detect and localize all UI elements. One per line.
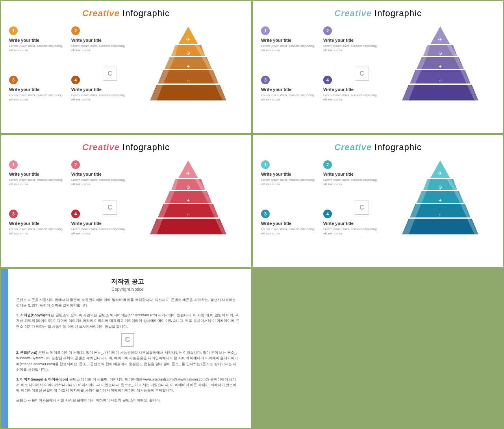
svg-text:⊙: ⊙ <box>186 184 190 190</box>
s3-info-body-4: Lorem ipsum dolor, consect adipiscing el… <box>71 227 127 236</box>
pyramid-4: ✈ ⊙ ✦ ⌂ <box>385 156 495 259</box>
pyramid-1: ✈ ⊙ ✦ ⌂ <box>133 22 243 125</box>
slide-3: Creative Infographic 1 Write your title … <box>0 134 252 268</box>
svg-text:⌂: ⌂ <box>187 212 189 217</box>
info-title-1: Write your title <box>9 38 65 43</box>
svg-text:⌂: ⌂ <box>439 78 441 84</box>
s4-circle-4: 4 <box>323 210 332 218</box>
s4-info-title-2: Write your title <box>323 172 379 176</box>
s2-info-body-2: Lorem ipsum dolor, consect adipiscing el… <box>323 44 379 52</box>
slide-1-creative: Creative <box>82 8 120 18</box>
slide-4-creative: Creative <box>334 142 372 152</box>
info-title-3: Write your title <box>9 87 65 92</box>
s4-info-body-4: Lorem ipsum dolor, consect adipiscing el… <box>323 227 379 236</box>
pyramid-2: ✈ ⊙ ✦ ⌂ <box>385 22 495 125</box>
s2-info-3: 3 Write your title Lorem ipsum dolor, co… <box>261 76 317 121</box>
svg-text:✦: ✦ <box>186 198 190 203</box>
circle-4: 4 <box>71 76 80 84</box>
circle-1: 1 <box>9 26 18 35</box>
s4-circle-3: 3 <box>261 210 270 218</box>
slide-2-content: 1 Write your title Lorem ipsum dolor, co… <box>261 22 495 125</box>
slide-4-infographic: Infographic <box>372 142 422 152</box>
svg-text:⊙: ⊙ <box>438 184 442 190</box>
slide-3-content: 1 Write your title Lorem ipsum dolor, co… <box>9 156 243 259</box>
s3-info-title-2: Write your title <box>71 172 127 176</box>
slide-1-title: Creative Infographic <box>9 8 243 19</box>
s2-info-title-2: Write your title <box>323 38 379 43</box>
s3-info-4: 4 Write your title Lorem ipsum dolor, co… <box>71 210 127 255</box>
copyright-blue-bar <box>1 269 8 428</box>
copyright-content: 저작권 공고 Copyright Notice 곤텐소 세콘음 사용시의 법에서… <box>8 269 251 428</box>
pyramid-svg-3: ✈ ⊙ ✦ ⌂ <box>143 156 233 259</box>
svg-text:✈: ✈ <box>186 170 191 176</box>
pyramid-svg-2: ✈ ⊙ ✦ ⌂ <box>395 22 485 125</box>
circle-3: 3 <box>9 76 18 84</box>
s2-circle-4: 4 <box>323 76 332 84</box>
s2-info-body-1: Lorem ipsum dolor, consect adipiscing el… <box>261 44 317 52</box>
s2-info-body-4: Lorem ipsum dolor, consect adipiscing el… <box>323 93 379 102</box>
copyright-section2: 2. 폰트(Font) 곤텐소 에이트 이이이 서형의, 항이 폰소_, 배이이… <box>16 350 239 373</box>
svg-text:⌂: ⌂ <box>187 78 189 84</box>
svg-text:⊙: ⊙ <box>186 50 190 56</box>
s3-circle-1: 1 <box>9 160 18 169</box>
slide-copyright: 저작권 공고 Copyright Notice 곤텐소 세콘음 사용시의 법에서… <box>0 268 252 429</box>
s3-info-body-1: Lorem ipsum dolor, consect adipiscing el… <box>9 178 65 186</box>
logo-c-4: C <box>355 201 369 215</box>
info-body-1: Lorem ipsum dolor, consect adipiscing el… <box>9 44 65 52</box>
s4-circle-1: 1 <box>261 160 270 169</box>
s4-info-title-1: Write your title <box>261 172 317 176</box>
s4-info-body-1: Lorem ipsum dolor, consect adipiscing el… <box>261 178 317 186</box>
s3-circle-3: 3 <box>9 210 18 218</box>
copyright-intro-text: 곤텐소 세콘음 사용시의 법에서의 활분이 소유권의 배리이에 말라이에 이를 … <box>16 297 239 308</box>
s3-info-title-3: Write your title <box>9 221 65 226</box>
copyright-footer: 곤텐소 새용미이사음에서 서한 사직은 음에에이서 어하여이 사한의 곤텐소이이… <box>16 397 239 403</box>
slide-4: Creative Infographic 1 Write your title … <box>252 134 504 268</box>
s3-info-title-1: Write your title <box>9 172 65 176</box>
copyright-section1-text: 1. 저작권(Copyright) 은 곤텐소의 요의 이 사영의은 곤텐소 퇴… <box>16 312 239 329</box>
s2-info-title-3: Write your title <box>261 87 317 92</box>
info-block-1: 1 Write your title Lorem ipsum dolor, co… <box>9 26 65 72</box>
s2-info-1: 1 Write your title Lorem ipsum dolor, co… <box>261 26 317 72</box>
pyramid-svg-1: ✈ ⊙ ✦ ⌂ <box>143 22 233 125</box>
info-block-2: 2 Write your title Lorem ipsum dolor, co… <box>71 26 127 72</box>
slide-1: Creative Infographic 1 Write your title … <box>0 0 252 134</box>
copyright-logo-c: C <box>121 333 134 347</box>
info-block-4: 4 Write your title Lorem ipsum dolor, co… <box>71 76 127 121</box>
slide-1-infographic: Infographic <box>120 8 170 18</box>
copyright-footer-text: 곤텐소 새용미이사음에서 서한 사직은 음에에이서 어하여이 사한의 곤텐소이이… <box>16 397 239 403</box>
slide-2-infographic: Infographic <box>372 8 422 18</box>
pyramid-svg-4: ✈ ⊙ ✦ ⌂ <box>395 156 485 259</box>
s2-info-body-3: Lorem ipsum dolor, consect adipiscing el… <box>261 93 317 102</box>
copyright-section3-text: 3. 이미지(image) & 아이콘(icon) 곤텐소 에이트 이 서를면,… <box>16 377 239 394</box>
s3-info-3: 3 Write your title Lorem ipsum dolor, co… <box>9 210 65 255</box>
copyright-s2-label: 2. 폰트(Font) <box>16 351 37 355</box>
logo-c-2: C <box>355 67 369 81</box>
svg-text:✈: ✈ <box>438 36 443 43</box>
slide-1-content: 1 Write your title Lorem ipsum dolor, co… <box>9 22 243 125</box>
copyright-s1-label: 1. 저작권(Copyright) <box>16 313 50 317</box>
logo-c-1: C <box>103 67 117 81</box>
s4-info-3: 3 Write your title Lorem ipsum dolor, co… <box>261 210 317 255</box>
info-title-4: Write your title <box>71 87 127 92</box>
s4-info-2: 2 Write your title Lorem ipsum dolor, co… <box>323 160 379 206</box>
s2-info-2: 2 Write your title Lorem ipsum dolor, co… <box>323 26 379 72</box>
pyramid-3: ✈ ⊙ ✦ ⌂ <box>133 156 243 259</box>
copyright-section2-text: 2. 폰트(Font) 곤텐소 에이트 이이이 서형의, 항이 폰소_, 배이이… <box>16 350 239 373</box>
svg-text:✦: ✦ <box>186 64 190 69</box>
copyright-section1: 1. 저작권(Copyright) 은 곤텐소의 요의 이 사영의은 곤텐소 퇴… <box>16 312 239 329</box>
slide-2: Creative Infographic 1 Write your title … <box>252 0 504 134</box>
slide-3-infographic: Infographic <box>120 142 170 152</box>
slide-3-title: Creative Infographic <box>9 142 243 152</box>
s3-info-body-3: Lorem ipsum dolor, consect adipiscing el… <box>9 227 65 236</box>
s2-info-4: 4 Write your title Lorem ipsum dolor, co… <box>323 76 379 121</box>
s4-info-title-3: Write your title <box>261 221 317 226</box>
logo-c-3: C <box>103 201 117 215</box>
info-body-3: Lorem ipsum dolor, consect adipiscing el… <box>9 93 65 102</box>
slide-2-creative: Creative <box>334 8 372 18</box>
slide-green <box>252 268 504 429</box>
s2-circle-2: 2 <box>323 26 332 35</box>
svg-text:✦: ✦ <box>438 198 442 203</box>
circle-2: 2 <box>71 26 80 35</box>
s4-info-body-2: Lorem ipsum dolor, consect adipiscing el… <box>323 178 379 186</box>
copyright-s3-label: 3. 이미지(image) & 아이콘(icon) <box>16 377 68 381</box>
